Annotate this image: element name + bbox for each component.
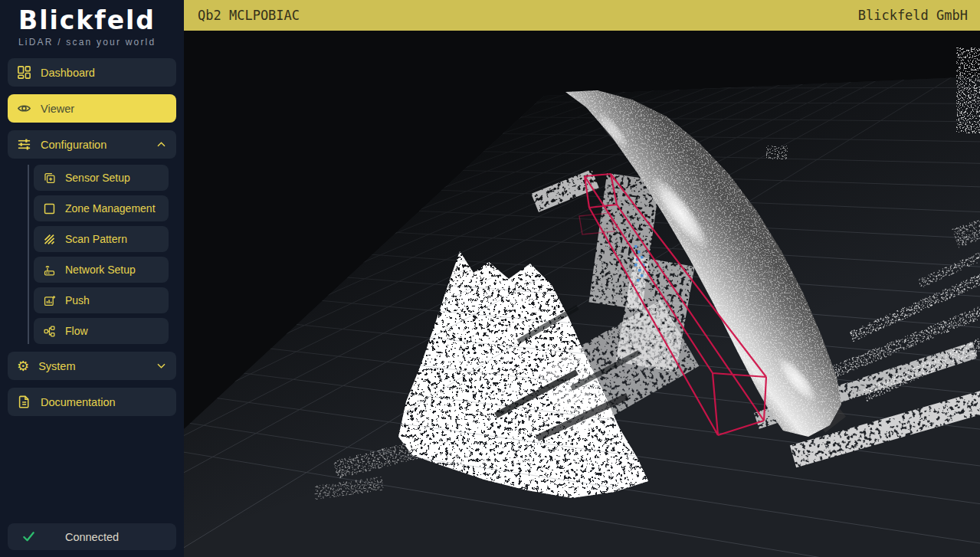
chevron-up-icon — [156, 139, 167, 150]
brand-logo: Blickfeld LiDAR / scan your world — [0, 0, 184, 52]
sensor-setup-icon — [43, 172, 56, 185]
sidebar-item-sensor-setup[interactable]: Sensor Setup — [34, 165, 169, 191]
check-icon — [21, 529, 36, 544]
sidebar-item-label: Viewer — [41, 103, 74, 115]
pointcloud-svg — [184, 31, 980, 557]
brand-tagline: LiDAR / scan your world — [18, 37, 184, 48]
pointcloud-viewer[interactable] — [184, 31, 980, 557]
sidebar-item-label: Zone Management — [65, 202, 156, 215]
topbar: Qb2 MCLPOBIAC Blickfeld GmbH — [184, 0, 980, 31]
gear-icon: ⚙ — [17, 359, 29, 373]
network-icon — [43, 264, 56, 277]
sidebar-item-label: Documentation — [41, 396, 116, 408]
sidebar-item-scan-pattern[interactable]: Scan Pattern — [34, 226, 169, 252]
document-icon — [17, 395, 31, 409]
sidebar-item-label: Flow — [65, 325, 88, 337]
sidebar-item-label: Push — [65, 294, 90, 306]
sidebar-item-label: Sensor Setup — [65, 172, 130, 184]
sidebar-item-dashboard[interactable]: Dashboard — [8, 58, 176, 87]
sidebar-item-label: Network Setup — [65, 264, 136, 276]
sidebar: Blickfeld LiDAR / scan your world Dashbo… — [0, 0, 184, 557]
sidebar-item-label: System — [38, 360, 75, 372]
device-name: Qb2 MCLPOBIAC — [198, 8, 300, 23]
sidebar-item-system[interactable]: ⚙ System — [8, 352, 176, 380]
sidebar-item-label: Scan Pattern — [65, 233, 127, 245]
configuration-submenu: Sensor Setup Zone Management Scan Patter… — [28, 165, 169, 344]
sidebar-nav: Dashboard Viewer Configuration — [0, 52, 184, 424]
push-icon — [43, 294, 56, 307]
sidebar-item-label: Dashboard — [41, 67, 95, 79]
flow-icon — [43, 325, 56, 338]
scan-pattern-icon — [43, 233, 56, 246]
dashboard-icon — [17, 65, 31, 80]
connection-status: Connected — [8, 523, 176, 550]
company-name: Blickfeld GmbH — [858, 8, 968, 23]
sidebar-item-viewer[interactable]: Viewer — [8, 94, 176, 123]
eye-icon — [17, 101, 31, 116]
sidebar-item-push[interactable]: Push — [34, 287, 169, 313]
sidebar-item-configuration[interactable]: Configuration — [8, 130, 176, 159]
blickfeld-app: Blickfeld LiDAR / scan your world Dashbo… — [0, 0, 980, 557]
brand-name: Blickfeld — [18, 7, 184, 34]
sliders-icon — [17, 137, 31, 152]
zone-icon — [43, 202, 56, 215]
chevron-down-icon — [156, 360, 167, 372]
sidebar-item-network-setup[interactable]: Network Setup — [34, 257, 169, 283]
status-label: Connected — [65, 531, 119, 543]
sidebar-item-label: Configuration — [41, 139, 107, 151]
sidebar-item-documentation[interactable]: Documentation — [8, 388, 176, 416]
sidebar-item-flow[interactable]: Flow — [34, 318, 169, 344]
sidebar-item-zone-management[interactable]: Zone Management — [34, 195, 169, 221]
